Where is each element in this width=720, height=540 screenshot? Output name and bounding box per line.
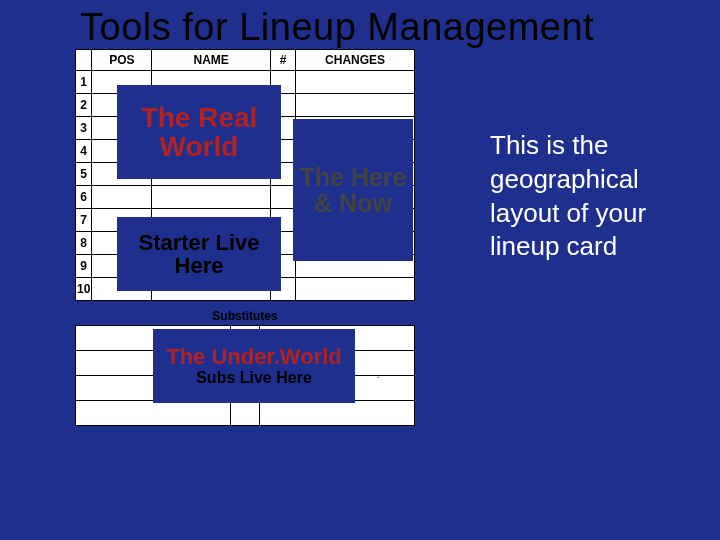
col-number: # [271,50,296,71]
slide-title: Tools for Lineup Management [0,0,720,49]
row-number: 7 [76,209,92,232]
slide-caption: This is the geographical layout of your … [490,129,710,426]
row-number: 8 [76,232,92,255]
col-changes: CHANGES [296,50,415,71]
annotation-real-world: The Real World [117,85,281,179]
subs-live-here: Subs Live Here [196,370,312,387]
col-pos: POS [92,50,152,71]
substitutes-label: Substitutes [75,301,415,325]
row-number: 3 [76,117,92,140]
lineup-card: POS NAME # CHANGES 1 2 3 4 5 6 7 8 9 10 … [75,49,480,426]
header-row: POS NAME # CHANGES [76,50,415,71]
underworld-title: The Under.World [166,345,342,368]
table-row [76,401,415,426]
annotation-starter-live: Starter Live Here [117,217,281,291]
col-name: NAME [152,50,271,71]
annotation-here-now: The Here & Now [293,119,413,261]
row-number: 10 [76,278,92,301]
row-number: 4 [76,140,92,163]
stray-dot: . [377,369,380,380]
annotation-underworld: The Under.World Subs Live Here [153,329,355,403]
header-blank [76,50,92,71]
row-number: 1 [76,71,92,94]
row-number: 9 [76,255,92,278]
row-number: 6 [76,186,92,209]
row-number: 5 [76,163,92,186]
row-number: 2 [76,94,92,117]
